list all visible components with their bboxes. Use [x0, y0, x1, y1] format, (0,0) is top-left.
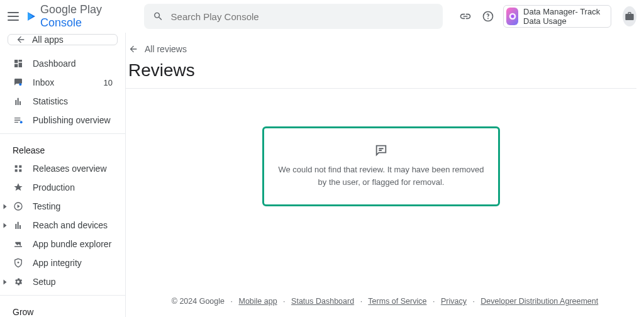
inbox-icon	[13, 77, 24, 87]
sidebar-item-integrity[interactable]: App integrity	[0, 253, 125, 272]
production-icon	[13, 182, 24, 192]
divider	[126, 88, 636, 89]
release-heading: Release	[0, 138, 125, 159]
svg-point-2	[19, 83, 21, 86]
sidebar: All apps Dashboard Inbox 10 Statistics P…	[0, 33, 126, 317]
help-icon[interactable]	[480, 5, 496, 28]
account-icon[interactable]	[623, 6, 636, 26]
arrow-left-icon	[16, 35, 26, 45]
gear-icon	[13, 277, 24, 287]
svg-point-1	[511, 14, 514, 18]
sidebar-item-production[interactable]: Production	[0, 178, 125, 197]
releases-icon	[13, 164, 24, 174]
menu-icon[interactable]	[8, 9, 19, 24]
shield-icon	[13, 258, 24, 268]
play-console-logo[interactable]: Google Play Console	[26, 3, 111, 30]
reach-icon	[13, 220, 24, 230]
play-logo-icon	[26, 9, 36, 24]
footer-link-privacy[interactable]: Privacy	[441, 297, 467, 306]
app-name: Data Manager- Track Data Usage	[523, 7, 604, 26]
svg-point-3	[20, 121, 23, 123]
empty-message-line2: by the user, or flagged for removal.	[277, 176, 486, 189]
copyright: © 2024 Google	[172, 297, 225, 306]
empty-message-line1: We could not find that review. It may ha…	[277, 164, 486, 176]
search-bar[interactable]	[144, 4, 443, 29]
back-all-reviews[interactable]: All reviews	[126, 44, 636, 54]
sidebar-item-statistics[interactable]: Statistics	[0, 92, 125, 111]
sidebar-item-publishing[interactable]: Publishing overview	[0, 111, 125, 130]
footer: © 2024 Google · Mobile app · Status Dash…	[126, 297, 644, 306]
publishing-icon	[13, 115, 24, 125]
app-selector[interactable]: Data Manager- Track Data Usage	[503, 5, 611, 28]
all-apps-label: All apps	[32, 35, 64, 45]
sidebar-item-reach[interactable]: Reach and devices	[0, 216, 125, 235]
footer-link-tos[interactable]: Terms of Service	[368, 297, 426, 306]
arrow-left-icon	[128, 44, 138, 54]
sidebar-item-releases-overview[interactable]: Releases overview	[0, 159, 125, 178]
main-content: All reviews Reviews We could not find th…	[126, 33, 644, 317]
logo-text: Google Play Console	[40, 3, 111, 30]
inbox-badge: 10	[104, 78, 113, 87]
svg-point-5	[18, 262, 19, 264]
back-label: All reviews	[145, 44, 187, 54]
link-icon[interactable]	[458, 5, 473, 28]
bundle-icon	[13, 239, 24, 249]
sidebar-item-bundle-explorer[interactable]: App bundle explorer	[0, 235, 125, 253]
search-icon	[153, 11, 164, 22]
dashboard-icon	[13, 58, 24, 69]
sidebar-item-dashboard[interactable]: Dashboard	[0, 54, 125, 73]
grow-heading: Grow	[0, 299, 125, 317]
sidebar-item-setup[interactable]: Setup	[0, 272, 125, 291]
app-icon	[506, 8, 518, 25]
search-input[interactable]	[171, 11, 434, 22]
page-title: Reviews	[128, 60, 636, 81]
sidebar-item-inbox[interactable]: Inbox 10	[0, 73, 125, 92]
sidebar-item-testing[interactable]: Testing	[0, 197, 125, 216]
statistics-icon	[13, 96, 24, 106]
footer-link-status[interactable]: Status Dashboard	[291, 297, 354, 306]
footer-link-mobile[interactable]: Mobile app	[238, 297, 277, 306]
empty-state-card: We could not find that review. It may ha…	[262, 126, 500, 206]
testing-icon	[13, 201, 24, 211]
review-missing-icon	[277, 143, 486, 157]
footer-link-dda[interactable]: Developer Distribution Agreement	[480, 297, 598, 306]
all-apps-button[interactable]: All apps	[8, 34, 118, 45]
